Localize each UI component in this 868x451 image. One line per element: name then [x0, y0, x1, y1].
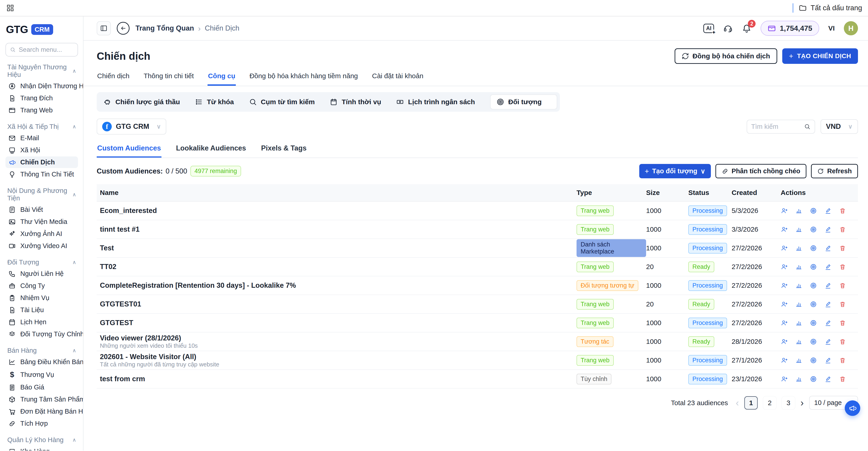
language-selector[interactable]: VI	[828, 24, 835, 32]
tool-seasonality[interactable]: Tính thời vụ	[330, 98, 381, 106]
audience-target-button[interactable]	[810, 263, 817, 270]
notifications-button[interactable]: 2	[742, 24, 751, 33]
page-prev-button[interactable]: ‹	[736, 398, 739, 408]
create-campaign-button[interactable]: + TẠO CHIẾN DỊCH	[782, 49, 858, 64]
delete-audience-button[interactable]	[839, 376, 846, 383]
sidebar-section-objects[interactable]: Đối Tượng ∧	[7, 259, 76, 266]
overlap-analysis-button[interactable]: Phân tích chồng chéo	[715, 164, 806, 178]
audience-target-button[interactable]	[810, 245, 817, 252]
audience-stats-button[interactable]	[795, 207, 802, 214]
floating-campaign-button[interactable]	[845, 400, 860, 416]
edit-audience-button[interactable]	[825, 319, 832, 326]
sidebar-search-input[interactable]	[19, 46, 73, 53]
currency-select[interactable]: VND ∨	[820, 119, 858, 134]
share-audience-button[interactable]	[781, 226, 788, 233]
audience-stats-button[interactable]	[795, 357, 802, 364]
edit-audience-button[interactable]	[825, 357, 832, 364]
audience-target-button[interactable]	[810, 207, 817, 214]
audience-target-button[interactable]	[810, 301, 817, 308]
audience-target-button[interactable]	[810, 357, 817, 364]
sidebar-toggle-button[interactable]	[97, 21, 111, 35]
delete-audience-button[interactable]	[839, 282, 846, 289]
delete-audience-button[interactable]	[839, 226, 846, 233]
sidebar-item-media-library[interactable]: Thư Viện Media	[5, 216, 78, 228]
sidebar-item-website[interactable]: Trang Web	[5, 104, 78, 116]
delete-audience-button[interactable]	[839, 301, 846, 308]
share-audience-button[interactable]	[781, 207, 788, 214]
audience-target-button[interactable]	[810, 282, 817, 289]
audience-target-button[interactable]	[810, 376, 817, 383]
ai-assistant-button[interactable]: AI ✦	[703, 24, 714, 33]
sidebar-item-sales-orders[interactable]: Đơn Đặt Hàng Bán Hà...	[5, 406, 78, 417]
all-bookmarks-button[interactable]: Tất cả dấu trang	[799, 4, 862, 12]
sidebar-item-deals[interactable]: $ Thương Vụ	[5, 368, 78, 381]
audience-target-button[interactable]	[810, 319, 817, 326]
audience-stats-button[interactable]	[795, 301, 802, 308]
sidebar-item-companies[interactable]: Công Ty	[5, 280, 78, 292]
page-button-1[interactable]: 1	[744, 396, 757, 410]
tool-search-terms[interactable]: Cụm từ tìm kiếm	[249, 98, 315, 106]
sidebar-item-email[interactable]: E-Mail	[5, 132, 78, 144]
sidebar-item-brand-identity[interactable]: Nhận Diện Thương Hi...	[5, 80, 78, 92]
tab-pixels-tags[interactable]: Pixels & Tags	[261, 141, 307, 158]
sidebar-item-product-center[interactable]: Trung Tâm Sản Phẩm	[5, 393, 78, 405]
sidebar-item-custom-objects[interactable]: Đối Tượng Tùy Chỉnh ∨	[5, 328, 78, 340]
sidebar-section-brand-resources[interactable]: Tài Nguyên Thương Hiệu ∧	[7, 63, 76, 78]
tool-keywords[interactable]: Từ khóa	[195, 98, 234, 106]
edit-audience-button[interactable]	[825, 301, 832, 308]
audience-stats-button[interactable]	[795, 226, 802, 233]
share-audience-button[interactable]	[781, 338, 788, 345]
tool-budget-schedule[interactable]: Lịch trình ngân sách	[396, 98, 475, 106]
edit-audience-button[interactable]	[825, 226, 832, 233]
sidebar-item-landing-page[interactable]: Trang Đích	[5, 92, 78, 104]
audience-stats-button[interactable]	[795, 319, 802, 326]
delete-audience-button[interactable]	[839, 263, 846, 270]
sidebar-item-quotes[interactable]: Báo Giá	[5, 382, 78, 393]
audience-search-input[interactable]	[751, 123, 802, 130]
audience-stats-button[interactable]	[795, 245, 802, 252]
audience-stats-button[interactable]	[795, 376, 802, 383]
share-audience-button[interactable]	[781, 357, 788, 364]
tab-lookalike-audiences[interactable]: Lookalike Audiences	[176, 141, 247, 158]
sidebar-item-tasks[interactable]: Nhiệm Vụ	[5, 292, 78, 304]
edit-audience-button[interactable]	[825, 282, 832, 289]
tab-account-settings[interactable]: Cài đặt tài khoản	[372, 68, 424, 86]
back-button[interactable]	[117, 22, 129, 35]
user-avatar[interactable]: H	[844, 21, 858, 35]
audience-search[interactable]	[747, 120, 815, 134]
share-audience-button[interactable]	[781, 282, 788, 289]
sidebar-section-social-marketing[interactable]: Xã Hội & Tiếp Thị ∧	[7, 123, 76, 130]
page-button-2[interactable]: 2	[763, 396, 776, 410]
share-audience-button[interactable]	[781, 263, 788, 270]
ad-account-select[interactable]: f GTG CRM ∨	[97, 119, 166, 134]
audience-stats-button[interactable]	[795, 338, 802, 345]
sidebar-item-warehouse[interactable]: Kho Hàng	[5, 446, 78, 451]
support-button[interactable]	[723, 24, 733, 33]
audience-target-button[interactable]	[810, 338, 817, 345]
edit-audience-button[interactable]	[825, 338, 832, 345]
sidebar-section-sales[interactable]: Bán Hàng ∧	[7, 347, 76, 354]
sidebar-item-campaigns[interactable]: Chiến Dịch	[5, 156, 78, 168]
delete-audience-button[interactable]	[839, 207, 846, 214]
apps-grid-icon[interactable]	[6, 4, 14, 12]
credits-balance[interactable]: 1,754,475	[761, 21, 819, 36]
audience-stats-button[interactable]	[795, 282, 802, 289]
edit-audience-button[interactable]	[825, 263, 832, 270]
share-audience-button[interactable]	[781, 245, 788, 252]
tab-tools[interactable]: Công cụ	[208, 68, 236, 86]
share-audience-button[interactable]	[781, 319, 788, 326]
tab-campaigns[interactable]: Chiến dịch	[97, 68, 130, 86]
share-audience-button[interactable]	[781, 376, 788, 383]
tool-bid-strategy[interactable]: Chiến lược giá thầu	[103, 98, 180, 106]
page-next-button[interactable]: ›	[801, 398, 804, 408]
delete-audience-button[interactable]	[839, 245, 846, 252]
sidebar-item-insights[interactable]: Thông Tin Chi Tiết	[5, 168, 78, 180]
page-button-3[interactable]: 3	[782, 396, 795, 410]
sidebar-section-content-media[interactable]: Nội Dung & Phương Tiện ∧	[7, 187, 76, 202]
sidebar-section-inventory[interactable]: Quản Lý Kho Hàng ∧	[7, 436, 76, 444]
sidebar-item-ai-video-studio[interactable]: Xưởng Video AI	[5, 240, 78, 252]
sync-campaigns-button[interactable]: Đồng bộ hóa chiến dịch	[675, 49, 777, 64]
sidebar-item-posts[interactable]: Bài Viết	[5, 204, 78, 216]
sidebar-item-social[interactable]: Xã Hội	[5, 144, 78, 156]
delete-audience-button[interactable]	[839, 357, 846, 364]
